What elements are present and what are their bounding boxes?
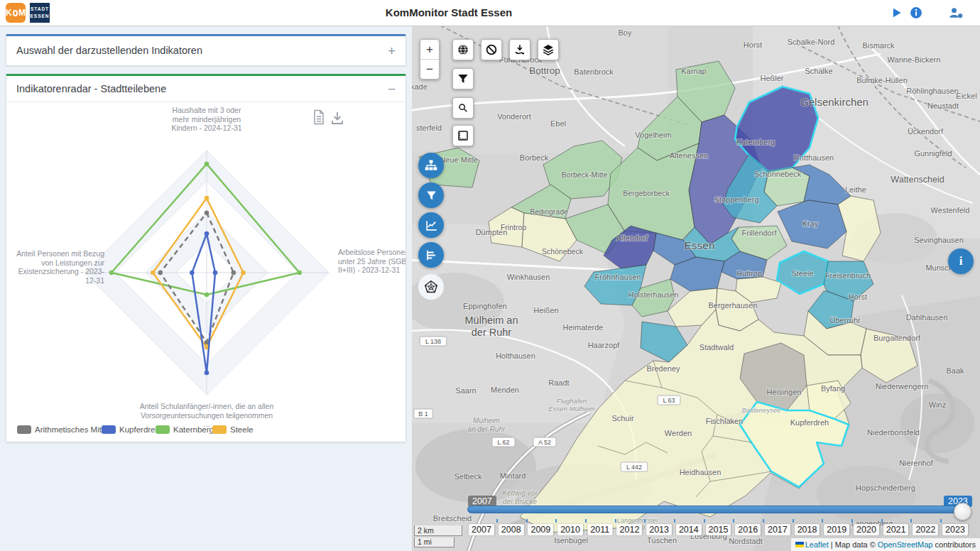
layers-button[interactable] — [538, 39, 559, 60]
timeline-year-2015[interactable]: 2015 — [706, 524, 731, 535]
map-label: Kettwig vorder Brücke — [502, 489, 538, 506]
panel-indicator-radar-header[interactable]: Indikatorenradar - Stadtteilebene − — [6, 76, 405, 102]
timeline-year-2014[interactable]: 2014 — [676, 524, 702, 535]
road-badge: A 52 — [538, 439, 551, 446]
map-label: Horst — [849, 293, 867, 301]
download-map-button[interactable] — [509, 39, 530, 60]
radar-pentagon-icon — [423, 279, 439, 295]
map-label: Stoppenberg — [714, 195, 759, 204]
spatial-units-button[interactable] — [418, 153, 444, 178]
legend-item-steele[interactable]: Steele — [212, 425, 254, 434]
collapse-icon[interactable]: − — [388, 82, 396, 96]
kom-logo-m: M — [18, 8, 26, 18]
bar-chart-icon — [425, 249, 438, 262]
kommonitor-app: K M STADT ESSEN KomMonitor Stadt Essen — [0, 0, 980, 551]
map-label: Neue Mitte — [440, 156, 477, 164]
legend-item-arithmetisches-mittel[interactable]: Arithmetisches Mittel — [17, 425, 110, 434]
radar-axis-bottom-label: Anteil Schulanfänger/-innen, die an alle… — [139, 402, 274, 429]
radar-tool-button[interactable] — [418, 274, 444, 300]
filter-icon — [457, 72, 469, 85]
map-label: Röhlinghausen — [906, 87, 958, 95]
map[interactable]: L 138B 1L 62A 52L 63L 44225 BoyHorstScha… — [412, 26, 980, 551]
leaflet-link[interactable]: Leaflet — [805, 540, 829, 549]
map-label: Winkhausen — [507, 273, 550, 281]
zoom-out-button[interactable]: − — [420, 60, 439, 79]
timeline-year-2008[interactable]: 2008 — [499, 524, 524, 535]
legend-item-katernberg[interactable]: Katernberg — [156, 425, 214, 434]
panel-indicator-selection-title: Auswahl der darzustellenden Indikatoren — [16, 45, 202, 56]
map-label: Ückendorf — [908, 127, 944, 136]
map-label: Bismarck — [862, 41, 895, 50]
user-settings-button[interactable] — [947, 6, 964, 20]
expand-icon[interactable]: + — [388, 44, 396, 58]
map-label: Leithe — [845, 185, 866, 194]
map-canvas[interactable]: L 138B 1L 62A 52L 63L 44225 BoyHorstScha… — [412, 26, 980, 551]
map-search-button[interactable] — [452, 97, 474, 119]
timeline-year-2016[interactable]: 2016 — [735, 524, 761, 535]
map-label: Winz — [929, 400, 946, 409]
sitemap-icon — [424, 158, 438, 173]
timeline-year-2017[interactable]: 2017 — [765, 524, 790, 535]
line-chart-tool-button[interactable] — [418, 212, 444, 238]
timeline-slider-track[interactable] — [467, 506, 964, 513]
legend-label: Kupferdreh — [119, 425, 160, 434]
map-label: Essen — [684, 239, 714, 251]
info-button[interactable] — [909, 6, 923, 20]
map-label: Altendorf — [616, 234, 648, 242]
map-label: Dahlhausen — [906, 313, 948, 322]
timeline-slider-handle[interactable] — [954, 503, 971, 520]
map-label: Heisingen — [767, 388, 802, 396]
timeline-year-2023[interactable]: 2023 — [942, 524, 968, 535]
map-label: Bredeney — [646, 364, 680, 373]
map-label: Breitscheid — [433, 514, 472, 523]
scale-bar-mi: 1 mi — [414, 538, 454, 547]
radar-axis-left-label: Anteil Personen mit Bezug von Leistungen… — [16, 249, 104, 285]
timeline-year-2007[interactable]: 2007 — [469, 524, 494, 535]
kom-logo[interactable]: K M — [6, 3, 26, 23]
measure-button[interactable] — [452, 125, 474, 146]
timeline-year-2012[interactable]: 2012 — [617, 524, 643, 535]
disable-layer-button[interactable] — [481, 39, 502, 60]
map-label: Horst — [744, 40, 762, 49]
road-badge: L 442 — [626, 464, 642, 471]
kom-logo-ring-icon — [13, 10, 18, 16]
timeline-year-2022[interactable]: 2022 — [913, 524, 938, 535]
map-label: Saarn — [455, 386, 476, 395]
osm-link[interactable]: OpenStreetMap — [878, 540, 933, 549]
map-label: Huttrop — [736, 269, 762, 278]
map-label: Eppinghofen — [463, 302, 507, 310]
map-label: Sevinghausen — [914, 236, 964, 244]
download-chart-icon[interactable] — [330, 111, 344, 126]
filter-tool-button[interactable] — [418, 182, 444, 208]
map-label: Frohnhausen — [595, 273, 641, 281]
timeline-tick — [496, 519, 498, 523]
timeline-year-2009[interactable]: 2009 — [528, 524, 553, 535]
data-table-icon[interactable] — [312, 109, 326, 125]
map-label: Gelsenkirchen — [800, 96, 869, 108]
map-filter-button[interactable] — [452, 68, 474, 89]
map-label: Vonderort — [497, 112, 531, 121]
play-button[interactable] — [889, 6, 903, 20]
timeline-year-2021[interactable]: 2021 — [883, 524, 909, 535]
layers-icon — [542, 43, 555, 56]
basemap-globe-button[interactable] — [452, 39, 474, 60]
timeline-year-2013[interactable]: 2013 — [646, 524, 672, 535]
legend-item-kupferdreh[interactable]: Kupferdreh — [102, 425, 160, 434]
map-label: Bedingrade — [530, 207, 568, 216]
map-info-button[interactable]: i — [948, 249, 974, 274]
stadt-essen-logo[interactable]: STADT ESSEN — [30, 3, 50, 23]
map-label: Eickel — [956, 92, 976, 100]
ukraine-flag-icon — [795, 542, 804, 547]
panel-indicator-selection-header[interactable]: Auswahl der darzustellenden Indikatoren … — [6, 36, 405, 65]
timeline-year-2019[interactable]: 2019 — [824, 524, 849, 535]
timeline-year-2018[interactable]: 2018 — [795, 524, 820, 535]
timeline-year-2011[interactable]: 2011 — [587, 524, 612, 535]
map-label: Wattenscheid — [891, 175, 944, 185]
timeline-tick — [674, 519, 675, 523]
timeline-year-2020[interactable]: 2020 — [854, 524, 879, 535]
zoom-in-button[interactable]: + — [420, 40, 439, 60]
map-label: Haarzopf — [588, 341, 621, 349]
timeline-year-2010[interactable]: 2010 — [557, 524, 583, 535]
map-label: Heißen — [533, 306, 558, 315]
bar-chart-tool-button[interactable] — [418, 242, 444, 268]
